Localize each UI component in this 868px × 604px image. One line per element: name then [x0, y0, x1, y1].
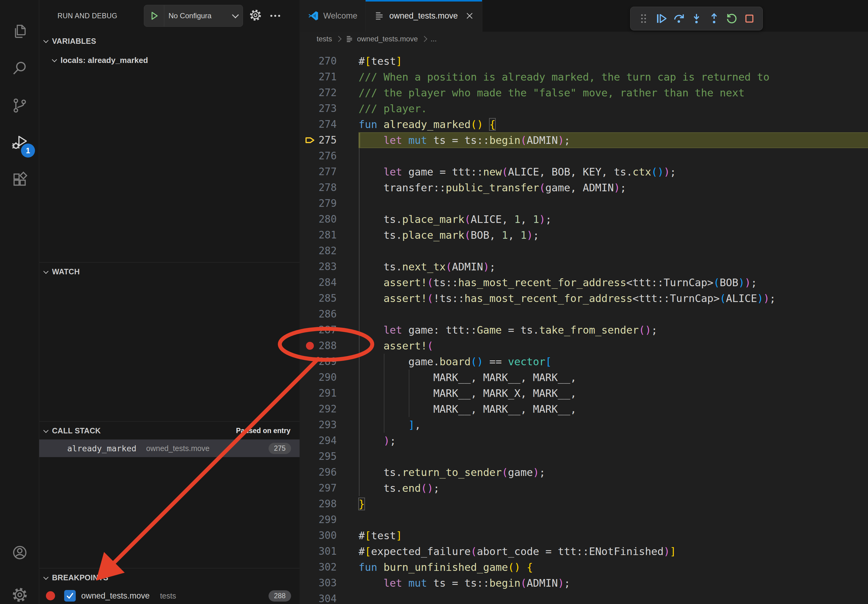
- line-number: 278: [299, 180, 337, 195]
- code-line-text: ts.return_to_sender(game);: [358, 465, 868, 480]
- section-header-variables[interactable]: VARIABLES: [39, 32, 299, 51]
- breadcrumb: tests owned_tests.move ...: [299, 32, 868, 46]
- code-line: 287 let game: ttt::Game = ts.take_from_s…: [299, 322, 868, 338]
- activity-item-run-and-debug[interactable]: 1: [0, 125, 39, 162]
- chevron-down-icon: [43, 38, 49, 43]
- code-line: 294 );: [299, 433, 868, 449]
- code-line-text: [358, 591, 868, 604]
- code-editor[interactable]: 270#[test]271/// When a position is alre…: [299, 46, 868, 604]
- line-number: 289: [299, 354, 337, 370]
- call-stack-frame[interactable]: already_marked owned_tests.move 275: [39, 440, 299, 457]
- breakpoint-item[interactable]: owned_tests.move tests 288: [39, 588, 299, 604]
- code-line-text: assert!(!ts::has_most_recent_for_address…: [358, 290, 868, 306]
- code-line: 296 ts.return_to_sender(game);: [299, 465, 868, 480]
- line-number: 294: [299, 433, 337, 449]
- drag-grip-icon[interactable]: [636, 11, 651, 26]
- line-number: 287: [299, 322, 337, 338]
- tab-owned-tests-move[interactable]: owned_tests.move: [366, 0, 482, 32]
- activity-bar: 1: [0, 0, 39, 604]
- line-number: 274: [299, 116, 337, 132]
- code-line: 274fun already_marked() {: [299, 116, 868, 132]
- line-number: 285: [299, 290, 337, 306]
- line-number: 300: [299, 528, 337, 544]
- code-line-text: assert!(ts::has_most_recent_for_address<…: [358, 275, 868, 290]
- code-line: 286: [299, 306, 868, 322]
- code-line: 279: [299, 195, 868, 211]
- section-header-watch[interactable]: WATCH: [39, 262, 299, 281]
- code-line: 295: [299, 449, 868, 465]
- step-over-button[interactable]: [671, 11, 687, 26]
- variables-scope-locals[interactable]: locals: already_marked: [39, 52, 299, 69]
- breakpoint-line-badge: 288: [268, 590, 291, 602]
- tab-welcome[interactable]: Welcome: [299, 0, 366, 32]
- section-header-call-stack[interactable]: CALL STACK Paused on entry: [39, 421, 299, 440]
- move-file-icon: [345, 34, 354, 43]
- code-line-text: /// When a position is already marked, t…: [358, 69, 868, 85]
- step-out-button[interactable]: [706, 11, 722, 26]
- code-line: 281 ts.place_mark(BOB, 1, 1);: [299, 227, 868, 243]
- activity-item-explorer[interactable]: [0, 13, 39, 51]
- code-line-text: game.board() == vector[: [358, 354, 868, 370]
- breadcrumb-item-symbol[interactable]: ...: [431, 35, 437, 43]
- code-line: 278 transfer::public_transfer(game, ADMI…: [299, 180, 868, 195]
- section-title: CALL STACK: [52, 426, 101, 435]
- debug-settings-gear-icon[interactable]: [247, 7, 264, 24]
- line-number: 297: [299, 480, 337, 496]
- code-line-text: ts.place_mark(BOB, 1, 1);: [358, 227, 868, 243]
- line-number: 286: [299, 306, 337, 322]
- code-line-text: MARK__, MARK__, MARK__,: [358, 370, 868, 385]
- activity-item-extensions[interactable]: [0, 162, 39, 199]
- sidebar-header: RUN AND DEBUG No Configura: [39, 0, 299, 32]
- code-line-text: ts.place_mark(ALICE, 1, 1);: [358, 211, 868, 227]
- line-number: 271: [299, 69, 337, 85]
- line-number: 276: [299, 148, 337, 164]
- section-header-breakpoints[interactable]: BREAKPOINTS: [39, 568, 299, 587]
- code-line-text: /// the player who made the "false" move…: [358, 85, 868, 101]
- code-line-text: MARK__, MARK__, MARK__,: [358, 401, 868, 417]
- debug-config-dropdown[interactable]: No Configura: [144, 5, 243, 27]
- code-line: 298}: [299, 496, 868, 512]
- code-line-text: ts.end();: [358, 480, 868, 496]
- chevron-down-icon: [232, 12, 239, 19]
- tab-label: Welcome: [323, 11, 357, 21]
- code-line-text: let mut ts = ts::begin(ADMIN);: [358, 132, 868, 148]
- breadcrumb-item-file[interactable]: owned_tests.move: [357, 35, 418, 43]
- code-line-text: #[test]: [358, 528, 868, 544]
- start-debugging-icon[interactable]: [144, 5, 164, 26]
- code-line: 301#[expected_failure(abort_code = ttt::…: [299, 544, 868, 559]
- activity-item-search[interactable]: [0, 51, 39, 88]
- code-line: 276: [299, 148, 868, 164]
- line-number: 284: [299, 275, 337, 290]
- step-into-button[interactable]: [688, 11, 704, 26]
- line-number: 277: [299, 164, 337, 180]
- section-title: WATCH: [52, 267, 80, 276]
- chevron-right-icon: [335, 36, 341, 42]
- section-title: VARIABLES: [52, 37, 96, 46]
- line-number: 293: [299, 417, 337, 433]
- code-line-text: [358, 306, 868, 322]
- code-line: 300#[test]: [299, 528, 868, 544]
- activity-item-settings[interactable]: [0, 577, 39, 604]
- activity-item-source-control[interactable]: [0, 88, 39, 125]
- code-line: 280 ts.place_mark(ALICE, 1, 1);: [299, 211, 868, 227]
- breakpoint-enabled-checkbox[interactable]: [64, 590, 76, 602]
- activity-item-account[interactable]: [0, 535, 39, 572]
- continue-button[interactable]: [653, 11, 669, 26]
- code-line: 304: [299, 591, 868, 604]
- code-line: 289 game.board() == vector[: [299, 354, 868, 370]
- call-stack-status: Paused on entry: [236, 427, 290, 435]
- sidebar-title: RUN AND DEBUG: [57, 12, 118, 20]
- more-actions-icon[interactable]: [267, 7, 284, 24]
- line-number: 280: [299, 211, 337, 227]
- code-line: 299: [299, 512, 868, 528]
- code-line: 271/// When a position is already marked…: [299, 69, 868, 85]
- close-icon[interactable]: [465, 11, 474, 20]
- stop-button[interactable]: [741, 11, 757, 26]
- code-line: 270#[test]: [299, 53, 868, 69]
- line-number: 279: [299, 195, 337, 211]
- restart-button[interactable]: [724, 11, 740, 26]
- line-number: 275: [299, 132, 337, 148]
- code-line: 290 MARK__, MARK__, MARK__,: [299, 370, 868, 385]
- breadcrumb-item-tests[interactable]: tests: [316, 35, 332, 43]
- tab-label: owned_tests.move: [389, 11, 458, 21]
